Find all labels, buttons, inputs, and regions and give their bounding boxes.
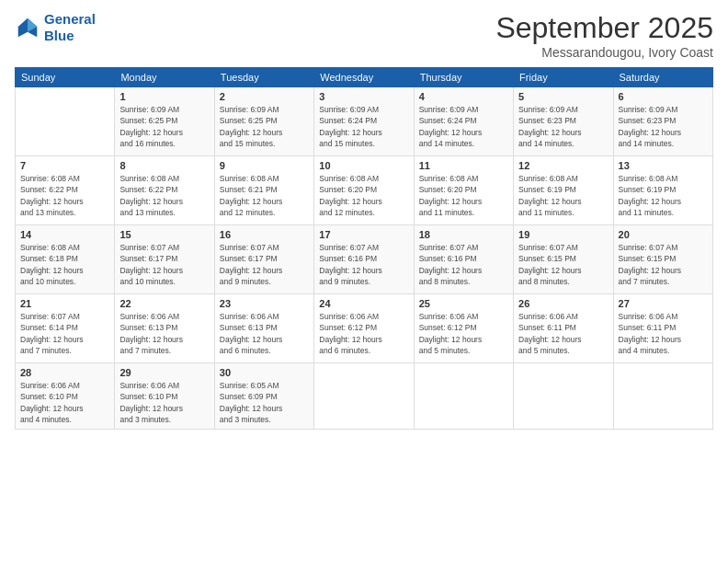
day-info: Sunrise: 6:07 AMSunset: 6:17 PMDaylight:… [220, 242, 309, 287]
day-info: Sunrise: 6:07 AMSunset: 6:16 PMDaylight:… [319, 242, 408, 287]
day-number: 26 [518, 298, 608, 309]
day-number: 11 [419, 160, 508, 171]
day-info: Sunrise: 6:06 AMSunset: 6:13 PMDaylight:… [220, 311, 309, 356]
weekday-header-monday: Monday [115, 68, 214, 87]
calendar-cell: 2Sunrise: 6:09 AMSunset: 6:25 PMDaylight… [214, 87, 313, 156]
day-info: Sunrise: 6:06 AMSunset: 6:13 PMDaylight:… [119, 311, 209, 356]
day-info: Sunrise: 6:09 AMSunset: 6:23 PMDaylight:… [518, 104, 608, 149]
weekday-header-wednesday: Wednesday [314, 68, 414, 87]
calendar-cell: 25Sunrise: 6:06 AMSunset: 6:12 PMDayligh… [414, 294, 513, 363]
calendar-cell: 12Sunrise: 6:08 AMSunset: 6:19 PMDayligh… [514, 156, 613, 225]
week-row-4: 21Sunrise: 6:07 AMSunset: 6:14 PMDayligh… [16, 294, 713, 363]
day-number: 30 [220, 367, 309, 378]
day-info: Sunrise: 6:06 AMSunset: 6:10 PMDaylight:… [20, 380, 109, 425]
day-info: Sunrise: 6:07 AMSunset: 6:15 PMDaylight:… [518, 242, 608, 287]
header: General Blue September 2025 Messarandoug… [15, 11, 713, 60]
day-info: Sunrise: 6:06 AMSunset: 6:12 PMDaylight:… [419, 311, 508, 356]
logo-text: General Blue [44, 11, 96, 44]
day-number: 12 [518, 160, 608, 171]
day-info: Sunrise: 6:06 AMSunset: 6:11 PMDaylight:… [518, 311, 608, 356]
title-block: September 2025 Messarandougou, Ivory Coa… [495, 11, 713, 60]
day-number: 7 [20, 160, 109, 171]
day-number: 5 [518, 91, 608, 102]
week-row-5: 28Sunrise: 6:06 AMSunset: 6:10 PMDayligh… [16, 363, 713, 430]
calendar-cell [613, 363, 712, 430]
day-number: 8 [119, 160, 209, 171]
day-number: 14 [20, 229, 109, 240]
calendar-cell: 14Sunrise: 6:08 AMSunset: 6:18 PMDayligh… [16, 225, 115, 294]
day-info: Sunrise: 6:08 AMSunset: 6:22 PMDaylight:… [20, 173, 109, 218]
calendar-cell: 18Sunrise: 6:07 AMSunset: 6:16 PMDayligh… [414, 225, 513, 294]
logo-line2: Blue [44, 28, 74, 43]
day-number: 17 [319, 229, 408, 240]
calendar-cell: 4Sunrise: 6:09 AMSunset: 6:24 PMDaylight… [414, 87, 513, 156]
day-info: Sunrise: 6:06 AMSunset: 6:11 PMDaylight:… [619, 311, 708, 356]
day-number: 4 [419, 91, 508, 102]
calendar-cell: 27Sunrise: 6:06 AMSunset: 6:11 PMDayligh… [613, 294, 712, 363]
day-info: Sunrise: 6:07 AMSunset: 6:14 PMDaylight:… [20, 311, 109, 356]
day-number: 23 [220, 298, 309, 309]
page: General Blue September 2025 Messarandoug… [0, 0, 728, 563]
calendar-table: SundayMondayTuesdayWednesdayThursdayFrid… [15, 67, 713, 430]
week-row-1: 1Sunrise: 6:09 AMSunset: 6:25 PMDaylight… [16, 87, 713, 156]
weekday-header-sunday: Sunday [16, 68, 115, 87]
day-number: 9 [220, 160, 309, 171]
calendar-cell: 19Sunrise: 6:07 AMSunset: 6:15 PMDayligh… [514, 225, 613, 294]
day-info: Sunrise: 6:08 AMSunset: 6:19 PMDaylight:… [619, 173, 708, 218]
calendar-cell: 7Sunrise: 6:08 AMSunset: 6:22 PMDaylight… [16, 156, 115, 225]
calendar-cell: 9Sunrise: 6:08 AMSunset: 6:21 PMDaylight… [214, 156, 313, 225]
calendar-cell [414, 363, 513, 430]
day-info: Sunrise: 6:08 AMSunset: 6:20 PMDaylight:… [419, 173, 508, 218]
day-info: Sunrise: 6:08 AMSunset: 6:21 PMDaylight:… [220, 173, 309, 218]
calendar-cell: 17Sunrise: 6:07 AMSunset: 6:16 PMDayligh… [314, 225, 414, 294]
day-number: 29 [119, 367, 209, 378]
week-row-3: 14Sunrise: 6:08 AMSunset: 6:18 PMDayligh… [16, 225, 713, 294]
calendar-cell [314, 363, 414, 430]
logo-line1: General [44, 11, 96, 27]
day-info: Sunrise: 6:06 AMSunset: 6:12 PMDaylight:… [319, 311, 408, 356]
day-info: Sunrise: 6:08 AMSunset: 6:18 PMDaylight:… [20, 242, 109, 287]
day-number: 18 [419, 229, 508, 240]
calendar-cell: 8Sunrise: 6:08 AMSunset: 6:22 PMDaylight… [115, 156, 214, 225]
day-number: 10 [319, 160, 408, 171]
day-number: 2 [220, 91, 309, 102]
day-info: Sunrise: 6:08 AMSunset: 6:20 PMDaylight:… [319, 173, 408, 218]
calendar-cell: 20Sunrise: 6:07 AMSunset: 6:15 PMDayligh… [613, 225, 712, 294]
day-number: 15 [119, 229, 209, 240]
location: Messarandougou, Ivory Coast [495, 45, 713, 60]
calendar-cell: 11Sunrise: 6:08 AMSunset: 6:20 PMDayligh… [414, 156, 513, 225]
day-number: 13 [619, 160, 708, 171]
calendar-cell [514, 363, 613, 430]
month-title: September 2025 [495, 11, 713, 45]
calendar-cell: 10Sunrise: 6:08 AMSunset: 6:20 PMDayligh… [314, 156, 414, 225]
calendar-cell: 15Sunrise: 6:07 AMSunset: 6:17 PMDayligh… [115, 225, 214, 294]
logo: General Blue [15, 11, 96, 44]
calendar-cell: 24Sunrise: 6:06 AMSunset: 6:12 PMDayligh… [314, 294, 414, 363]
day-info: Sunrise: 6:08 AMSunset: 6:19 PMDaylight:… [518, 173, 608, 218]
day-number: 1 [119, 91, 209, 102]
calendar-cell: 26Sunrise: 6:06 AMSunset: 6:11 PMDayligh… [514, 294, 613, 363]
weekday-header-friday: Friday [514, 68, 613, 87]
day-info: Sunrise: 6:09 AMSunset: 6:25 PMDaylight:… [119, 104, 209, 149]
day-number: 25 [419, 298, 508, 309]
day-number: 28 [20, 367, 109, 378]
day-number: 6 [619, 91, 708, 102]
day-info: Sunrise: 6:08 AMSunset: 6:22 PMDaylight:… [119, 173, 209, 218]
logo-icon [15, 15, 40, 40]
day-number: 3 [319, 91, 408, 102]
day-info: Sunrise: 6:09 AMSunset: 6:25 PMDaylight:… [220, 104, 309, 149]
day-info: Sunrise: 6:09 AMSunset: 6:24 PMDaylight:… [319, 104, 408, 149]
weekday-header-tuesday: Tuesday [214, 68, 313, 87]
day-info: Sunrise: 6:09 AMSunset: 6:24 PMDaylight:… [419, 104, 508, 149]
day-number: 24 [319, 298, 408, 309]
calendar-cell: 23Sunrise: 6:06 AMSunset: 6:13 PMDayligh… [214, 294, 313, 363]
day-info: Sunrise: 6:07 AMSunset: 6:16 PMDaylight:… [419, 242, 508, 287]
calendar-cell: 21Sunrise: 6:07 AMSunset: 6:14 PMDayligh… [16, 294, 115, 363]
calendar-cell: 22Sunrise: 6:06 AMSunset: 6:13 PMDayligh… [115, 294, 214, 363]
day-info: Sunrise: 6:07 AMSunset: 6:17 PMDaylight:… [119, 242, 209, 287]
day-number: 16 [220, 229, 309, 240]
day-number: 19 [518, 229, 608, 240]
day-info: Sunrise: 6:05 AMSunset: 6:09 PMDaylight:… [220, 380, 309, 425]
calendar-cell: 13Sunrise: 6:08 AMSunset: 6:19 PMDayligh… [613, 156, 712, 225]
day-info: Sunrise: 6:06 AMSunset: 6:10 PMDaylight:… [119, 380, 209, 425]
